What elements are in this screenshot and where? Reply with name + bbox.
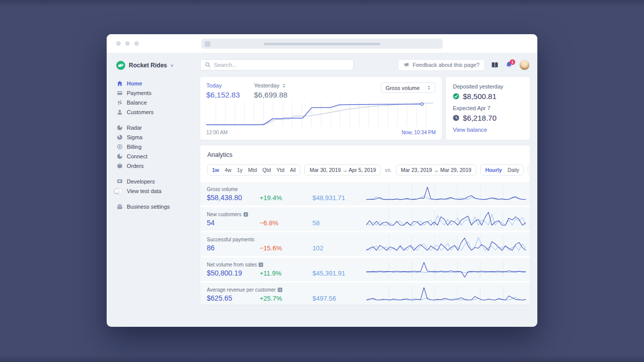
deposited-value: $8,500.81 bbox=[463, 92, 497, 101]
address-bar[interactable] bbox=[201, 39, 443, 49]
metric-select-dropdown[interactable]: Gross volume bbox=[381, 82, 436, 93]
megaphone-icon bbox=[404, 62, 410, 68]
notification-badge: 1 bbox=[510, 59, 515, 65]
today-volume-card: Today $6,152.83 Yesterday $6,699.88 bbox=[200, 77, 442, 140]
period-option-all[interactable]: All bbox=[287, 167, 299, 173]
metric-row-average-revenue-per-customer[interactable]: Average revenue per customeri$625.65+25.… bbox=[200, 283, 530, 305]
toggle-track[interactable] bbox=[114, 188, 123, 194]
expected-label: Expected Apr 7 bbox=[453, 105, 523, 111]
expected-row: $6,218.70 bbox=[453, 114, 523, 122]
metric-current-value: $625.65 bbox=[207, 294, 260, 302]
metric-label-text: Gross volume bbox=[207, 187, 238, 192]
feedback-button[interactable]: Feedback about this page? bbox=[398, 60, 485, 70]
app-body: Rocket Rides ∨ HomePaymentsBalanceCustom… bbox=[107, 53, 537, 326]
sidebar-item-customers[interactable]: Customers bbox=[116, 107, 200, 117]
sidebar-group: RadarSigmaBillingConnectOrders bbox=[116, 123, 200, 170]
chevron-down-icon: ∨ bbox=[170, 63, 174, 68]
period-option-ytd[interactable]: Ytd bbox=[274, 167, 287, 173]
sidebar-group: Business settings bbox=[116, 202, 200, 211]
metric-label: Average revenue per customeri bbox=[207, 287, 366, 293]
browser-window: Rocket Rides ∨ HomePaymentsBalanceCustom… bbox=[107, 34, 537, 327]
window-control-dot[interactable] bbox=[116, 41, 121, 46]
axis-start-label: 12:00 AM bbox=[206, 130, 227, 135]
previous-date-range-button[interactable]: Mar 23, 2019 → Mar 29, 2019 bbox=[396, 164, 476, 175]
metric-row-new-customers[interactable]: New customersi54−6.8%58 bbox=[200, 207, 530, 231]
metric-values: $50,800.19+11.9%$45,391.91 bbox=[207, 269, 366, 277]
metric-change-up: +19.4% bbox=[260, 194, 312, 202]
metric-label: Successful payments bbox=[207, 237, 366, 242]
business-settings-icon bbox=[116, 204, 123, 210]
customize-button[interactable]: ⚙ Customize bbox=[528, 164, 530, 175]
metric-previous-value: $48,931.71 bbox=[312, 194, 345, 202]
window-control-dot[interactable] bbox=[125, 41, 130, 46]
docs-button[interactable] bbox=[491, 62, 499, 68]
sidebar-item-business-settings[interactable]: Business settings bbox=[116, 202, 200, 211]
analytics-controls: 1w4w1yMtdQtdYtdAll Mar 30, 2019 → Apr 5,… bbox=[200, 164, 530, 175]
granularity-option-daily[interactable]: Daily bbox=[505, 167, 522, 173]
search-box[interactable] bbox=[200, 59, 354, 70]
sidebar-item-sigma[interactable]: Sigma bbox=[116, 132, 200, 142]
developers-icon bbox=[116, 178, 123, 185]
metric-previous-value: 58 bbox=[312, 219, 319, 227]
period-option-qtd[interactable]: Qtd bbox=[260, 167, 274, 173]
sidebar-item-balance[interactable]: Balance bbox=[116, 98, 200, 107]
window-control-dot[interactable] bbox=[134, 41, 139, 46]
metric-sparkline bbox=[366, 286, 526, 304]
axis-now-label: Now, 10:34 PM bbox=[401, 130, 436, 135]
sidebar-item-orders[interactable]: Orders bbox=[116, 161, 200, 170]
url-text-placeholder bbox=[264, 43, 380, 45]
sidebar-item-label: Sigma bbox=[127, 134, 142, 140]
period-option-1w[interactable]: 1w bbox=[209, 167, 222, 173]
top-cards-row: Today $6,152.83 Yesterday $6,699.88 bbox=[200, 77, 530, 140]
metric-change-down: −6.8% bbox=[260, 219, 312, 227]
metric-previous-value: $497.56 bbox=[312, 295, 336, 302]
metric-current-value: 54 bbox=[207, 219, 260, 227]
sidebar-item-payments[interactable]: Payments bbox=[116, 88, 200, 98]
sidebar-item-label: View test data bbox=[127, 188, 162, 194]
avatar[interactable] bbox=[519, 60, 530, 70]
metric-select-value: Gross volume bbox=[385, 85, 420, 91]
sidebar-item-view-test-data[interactable]: View test data bbox=[116, 186, 200, 196]
sidebar-item-home[interactable]: Home bbox=[116, 78, 200, 88]
sidebar-item-billing[interactable]: Billing bbox=[116, 142, 200, 151]
analytics-card: Analytics 1w4w1yMtdQtdYtdAll Mar 30, 201… bbox=[200, 145, 530, 305]
main-content: Feedback about this page? bbox=[200, 53, 537, 326]
book-icon bbox=[491, 62, 499, 68]
period-option-1y[interactable]: 1y bbox=[234, 167, 245, 173]
granularity-option-hourly[interactable]: Hourly bbox=[482, 167, 505, 173]
sidebar-item-label: Developers bbox=[127, 178, 155, 185]
search-input[interactable] bbox=[214, 62, 349, 68]
metric-row-successful-payments[interactable]: Successful payments86−15.6%102 bbox=[200, 232, 530, 256]
metric-values: 54−6.8%58 bbox=[207, 219, 366, 227]
sidebar-item-connect[interactable]: Connect bbox=[116, 151, 200, 161]
account-switcher[interactable]: Rocket Rides ∨ bbox=[116, 60, 200, 71]
sidebar-item-label: Orders bbox=[127, 163, 144, 169]
sidebar-item-developers[interactable]: Developers bbox=[116, 176, 200, 186]
sidebar-item-label: Balance bbox=[127, 100, 147, 106]
comparison-select[interactable]: Yesterday bbox=[254, 82, 288, 88]
metric-change-up: +11.9% bbox=[260, 269, 312, 277]
sidebar-group: DevelopersView test data bbox=[116, 176, 200, 196]
period-selector: 1w4w1yMtdQtdYtdAll bbox=[207, 164, 300, 175]
metric-row-gross-volume[interactable]: Gross volume$58,438.80+19.4%$48,931.71 bbox=[200, 182, 530, 206]
today-value: $6,152.83 bbox=[206, 90, 240, 99]
period-option-4w[interactable]: 4w bbox=[222, 167, 234, 173]
sidebar-item-label: Customers bbox=[127, 109, 153, 115]
notifications-button[interactable]: 1 bbox=[505, 61, 513, 68]
window-controls[interactable] bbox=[116, 41, 139, 46]
metric-current-value: $58,438.80 bbox=[207, 194, 260, 202]
metric-current-value: 86 bbox=[207, 244, 260, 252]
metric-sparkline bbox=[366, 210, 526, 228]
info-icon[interactable]: i bbox=[244, 212, 248, 217]
current-date-range-button[interactable]: Mar 30, 2019 → Apr 5, 2019 bbox=[304, 164, 381, 175]
info-icon[interactable]: i bbox=[259, 262, 263, 267]
info-icon[interactable]: i bbox=[278, 288, 282, 292]
sidebar-item-radar[interactable]: Radar bbox=[116, 123, 200, 132]
metric-row-net-volume-from-sales[interactable]: Net volume from salesi$50,800.19+11.9%$4… bbox=[200, 257, 530, 281]
expected-value: $6,218.70 bbox=[463, 114, 497, 122]
metric-values: $625.65+25.7%$497.56 bbox=[207, 294, 366, 302]
view-balance-link[interactable]: View balance bbox=[453, 127, 523, 133]
deposited-row: $8,500.81 bbox=[453, 92, 523, 101]
period-option-mtd[interactable]: Mtd bbox=[246, 167, 260, 173]
test-data-toggle[interactable] bbox=[116, 188, 123, 194]
